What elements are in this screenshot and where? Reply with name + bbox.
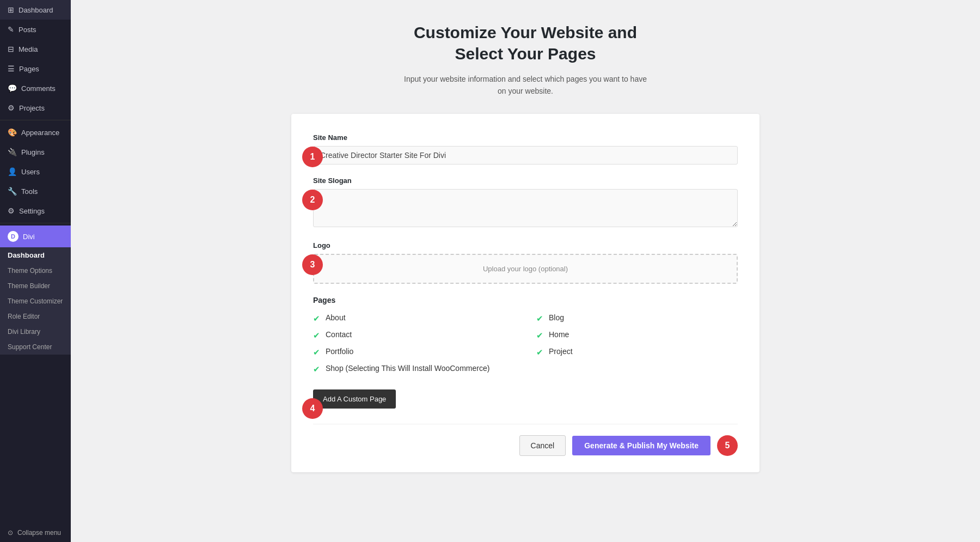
divi-sub-divi-library[interactable]: Divi Library bbox=[0, 324, 71, 339]
plugins-icon: 🔌 bbox=[8, 148, 17, 156]
page-subtitle: Input your website information and selec… bbox=[291, 73, 759, 98]
page-about[interactable]: ✔ About bbox=[313, 313, 514, 324]
add-custom-page-button[interactable]: Add A Custom Page bbox=[313, 389, 396, 409]
divi-sub-theme-builder[interactable]: Theme Builder bbox=[0, 278, 71, 294]
list-item: ✔ Home bbox=[536, 330, 738, 340]
divi-header[interactable]: D Divi bbox=[0, 226, 71, 247]
sidebar-item-appearance[interactable]: 🎨 Appearance bbox=[0, 123, 71, 142]
site-name-input[interactable] bbox=[313, 146, 738, 165]
logo-label: Logo bbox=[313, 241, 738, 249]
divi-arrow-icon bbox=[64, 233, 69, 240]
divi-section: D Divi Dashboard Theme Options Theme Bui… bbox=[0, 226, 71, 355]
divi-sub-theme-customizer[interactable]: Theme Customizer bbox=[0, 294, 71, 309]
divi-sub-dashboard[interactable]: Dashboard bbox=[0, 247, 71, 263]
tools-icon: 🔧 bbox=[8, 187, 17, 196]
list-item: ✔ About bbox=[313, 313, 514, 324]
sidebar-item-settings[interactable]: ⚙ Settings bbox=[0, 201, 71, 221]
users-icon: 👤 bbox=[8, 167, 17, 176]
page-project-label: Project bbox=[549, 347, 573, 356]
media-icon: ⊟ bbox=[8, 45, 14, 53]
settings-icon: ⚙ bbox=[8, 206, 15, 215]
page-contact-label: Contact bbox=[326, 330, 352, 339]
check-icon: ✔ bbox=[536, 348, 543, 357]
sidebar-item-projects[interactable]: ⚙ Projects bbox=[0, 98, 71, 118]
page-home[interactable]: ✔ Home bbox=[536, 330, 738, 340]
divi-sub-role-editor[interactable]: Role Editor bbox=[0, 309, 71, 324]
sidebar-item-comments[interactable]: 💬 Comments bbox=[0, 78, 71, 98]
pages-grid: ✔ About ✔ Blog ✔ bbox=[313, 313, 738, 374]
site-name-label: Site Name bbox=[313, 133, 738, 142]
comments-icon: 💬 bbox=[8, 84, 17, 93]
logo-row: 3 Logo Upload your logo (optional) bbox=[313, 241, 738, 284]
card-footer: Cancel Generate & Publish My Website 5 bbox=[313, 424, 738, 456]
sidebar-item-dashboard[interactable]: ⊞ Dashboard bbox=[0, 0, 71, 20]
pages-icon: ☰ bbox=[8, 64, 15, 73]
step4-badge: 4 bbox=[302, 398, 323, 419]
page-portfolio[interactable]: ✔ Portfolio bbox=[313, 347, 514, 357]
divi-sub-support-center[interactable]: Support Center bbox=[0, 339, 71, 355]
check-icon: ✔ bbox=[313, 348, 320, 357]
sidebar-item-users[interactable]: 👤 Users bbox=[0, 162, 71, 181]
list-item: ✔ Blog bbox=[536, 313, 738, 324]
sidebar-item-tools[interactable]: 🔧 Tools bbox=[0, 181, 71, 201]
page-contact[interactable]: ✔ Contact bbox=[313, 330, 514, 340]
site-name-row: 1 Site Name bbox=[313, 133, 738, 165]
page-blog[interactable]: ✔ Blog bbox=[536, 313, 738, 324]
page-blog-label: Blog bbox=[549, 313, 564, 322]
site-slogan-label: Site Slogan bbox=[313, 176, 738, 185]
page-shop[interactable]: ✔ Shop (Selecting This Will Install WooC… bbox=[313, 364, 514, 374]
logo-upload-area[interactable]: Upload your logo (optional) bbox=[313, 254, 738, 284]
step3-badge: 3 bbox=[302, 254, 323, 275]
page-home-label: Home bbox=[549, 330, 569, 339]
dashboard-icon: ⊞ bbox=[8, 5, 14, 14]
sidebar-item-plugins[interactable]: 🔌 Plugins bbox=[0, 142, 71, 162]
divi-logo: D bbox=[8, 231, 19, 242]
sidebar-item-media[interactable]: ⊟ Media bbox=[0, 39, 71, 59]
check-icon: ✔ bbox=[313, 331, 320, 340]
page-title: Customize Your Website andSelect Your Pa… bbox=[291, 22, 759, 64]
list-item: ✔ Portfolio bbox=[313, 347, 514, 357]
check-icon: ✔ bbox=[536, 331, 543, 340]
check-icon: ✔ bbox=[313, 364, 320, 374]
publish-button[interactable]: Generate & Publish My Website bbox=[572, 436, 710, 455]
site-slogan-row: 2 Site Slogan bbox=[313, 176, 738, 229]
sidebar-item-posts[interactable]: ✎ Posts bbox=[0, 20, 71, 39]
collapse-menu-button[interactable]: ⊙ Collapse menu bbox=[0, 523, 71, 542]
step1-badge: 1 bbox=[302, 147, 323, 167]
pages-label: Pages bbox=[313, 296, 738, 305]
add-custom-row: 4 Add A Custom Page bbox=[313, 385, 738, 409]
page-about-label: About bbox=[326, 313, 346, 322]
page-project[interactable]: ✔ Project bbox=[536, 347, 738, 357]
list-item: ✔ Contact bbox=[313, 330, 514, 340]
cancel-button[interactable]: Cancel bbox=[519, 435, 566, 456]
appearance-icon: 🎨 bbox=[8, 128, 17, 137]
sidebar-item-pages[interactable]: ☰ Pages bbox=[0, 59, 71, 78]
content-wrapper: Customize Your Website andSelect Your Pa… bbox=[291, 22, 759, 472]
check-icon: ✔ bbox=[313, 314, 320, 324]
form-card: 1 Site Name 2 Site Slogan 3 Logo bbox=[291, 114, 759, 472]
main-content: Customize Your Website andSelect Your Pa… bbox=[71, 0, 980, 542]
pages-row: Pages ✔ About ✔ Blog bbox=[313, 296, 738, 409]
check-icon: ✔ bbox=[536, 314, 543, 324]
page-shop-label: Shop (Selecting This Will Install WooCom… bbox=[326, 364, 489, 373]
collapse-icon: ⊙ bbox=[8, 529, 13, 537]
projects-icon: ⚙ bbox=[8, 103, 15, 112]
divi-sub-theme-options[interactable]: Theme Options bbox=[0, 263, 71, 278]
site-slogan-input[interactable] bbox=[313, 189, 738, 227]
list-item: ✔ Shop (Selecting This Will Install WooC… bbox=[313, 364, 514, 374]
step5-badge: 5 bbox=[717, 435, 738, 456]
sidebar: ⊞ Dashboard ✎ Posts ⊟ Media ☰ Pages 💬 Co… bbox=[0, 0, 71, 542]
posts-icon: ✎ bbox=[8, 25, 14, 34]
list-item: ✔ Project bbox=[536, 347, 738, 357]
step2-badge: 2 bbox=[302, 190, 323, 210]
page-portfolio-label: Portfolio bbox=[326, 347, 353, 356]
